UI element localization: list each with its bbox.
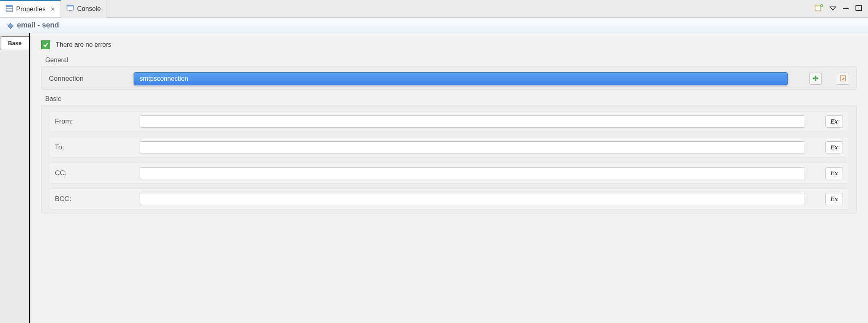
field-row-cc: CC: Ex [49,163,849,184]
expression-icon: Ex [830,118,838,125]
tab-console[interactable]: Console [61,0,107,18]
tab-console-label: Console [77,5,101,13]
cc-expression-button[interactable]: Ex [825,167,843,179]
content-area: There are no errors General Connection s… [30,33,868,323]
edit-connection-button[interactable] [837,73,849,85]
bcc-expression-button[interactable]: Ex [825,193,843,205]
properties-icon [6,5,13,13]
svg-rect-14 [856,6,862,10]
to-label: To: [55,143,136,151]
svg-marker-19 [842,78,845,80]
properties-body: Base There are no errors General Connect… [0,33,868,323]
expression-icon: Ex [830,144,838,151]
page-title: email - send [17,21,59,29]
from-input[interactable] [140,115,805,128]
svg-marker-12 [830,7,836,10]
tabbar-toolbar [815,4,868,13]
section-label-basic: Basic [45,95,857,103]
svg-rect-8 [815,5,821,6]
field-row-to: To: Ex [49,137,849,158]
svg-rect-6 [69,10,71,11]
tab-properties-label: Properties [16,6,46,13]
maximize-icon[interactable] [855,5,862,13]
error-status-row: There are no errors [41,40,857,49]
side-tab-base[interactable]: Base [0,36,29,50]
from-label: From: [55,117,136,126]
svg-marker-15 [8,23,13,29]
node-icon [7,23,13,28]
to-expression-button[interactable]: Ex [825,141,843,153]
minimize-icon[interactable] [842,6,849,12]
section-label-general: General [45,57,857,64]
expression-icon: Ex [830,195,838,203]
tab-properties[interactable]: Properties ✕ [0,0,61,17]
cc-label: CC: [55,169,136,177]
svg-rect-5 [67,5,73,6]
view-tabbar: Properties ✕ Console [0,0,868,18]
side-tab-label: Base [8,40,21,46]
side-tab-strip: Base [0,33,30,323]
svg-rect-17 [813,78,818,79]
field-row-bcc: BCC: Ex [49,189,849,210]
new-view-icon[interactable] [815,4,824,13]
bcc-label: BCC: [55,195,136,203]
cc-input[interactable] [140,167,805,179]
connection-select[interactable]: smtpsconnection [134,72,788,85]
to-input[interactable] [140,141,805,153]
close-icon[interactable]: ✕ [50,6,55,12]
from-expression-button[interactable]: Ex [825,115,843,128]
connection-label: Connection [49,75,130,83]
edit-icon [840,75,846,83]
error-status-text: There are no errors [56,41,111,48]
expression-icon: Ex [830,170,838,177]
check-icon [41,40,50,49]
view-menu-icon[interactable] [829,6,837,12]
connection-value: smtpsconnection [140,75,188,82]
add-connection-button[interactable] [809,73,822,85]
section-basic: From: Ex To: Ex CC: Ex BCC: Ex [41,105,857,214]
svg-rect-1 [6,5,13,7]
bcc-input[interactable] [140,193,805,205]
plus-icon [812,75,819,83]
connection-row: Connection smtpsconnection [49,72,849,85]
field-row-from: From: Ex [49,111,849,132]
console-icon [67,4,74,13]
properties-header: email - send [0,18,868,33]
section-general: Connection smtpsconnection [41,66,857,90]
svg-rect-13 [843,8,849,9]
